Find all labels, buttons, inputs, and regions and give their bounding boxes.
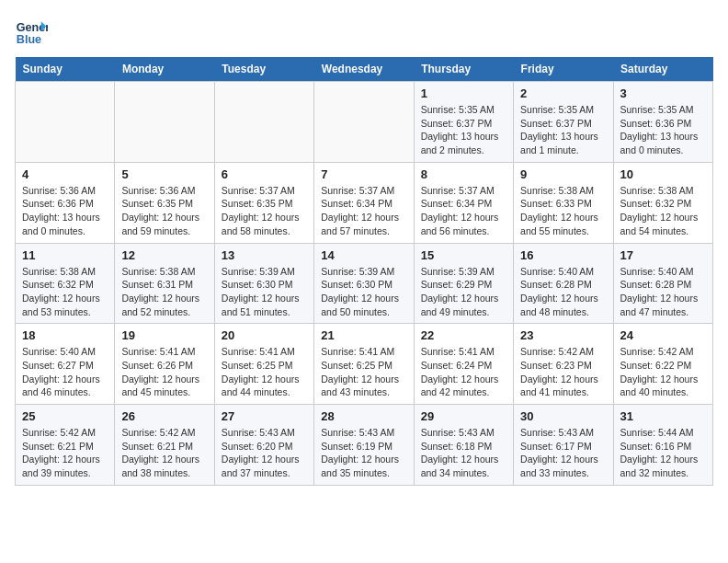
day-number: 5 bbox=[121, 167, 207, 181]
day-info: Sunrise: 5:44 AM Sunset: 6:16 PM Dayligh… bbox=[620, 426, 706, 480]
logo-icon: General Blue bbox=[15, 15, 48, 48]
day-info: Sunrise: 5:43 AM Sunset: 6:19 PM Dayligh… bbox=[321, 426, 406, 480]
day-info: Sunrise: 5:41 AM Sunset: 6:24 PM Dayligh… bbox=[421, 345, 506, 399]
calendar-cell: 19Sunrise: 5:41 AM Sunset: 6:26 PM Dayli… bbox=[115, 324, 214, 405]
calendar-week-row: 1Sunrise: 5:35 AM Sunset: 6:37 PM Daylig… bbox=[16, 82, 713, 163]
calendar-header-row: SundayMondayTuesdayWednesdayThursdayFrid… bbox=[16, 57, 713, 82]
day-number: 15 bbox=[421, 248, 506, 262]
calendar-week-row: 25Sunrise: 5:42 AM Sunset: 6:21 PM Dayli… bbox=[16, 405, 713, 486]
day-info: Sunrise: 5:38 AM Sunset: 6:32 PM Dayligh… bbox=[620, 184, 706, 238]
calendar-cell: 22Sunrise: 5:41 AM Sunset: 6:24 PM Dayli… bbox=[414, 324, 513, 405]
calendar-cell: 11Sunrise: 5:38 AM Sunset: 6:32 PM Dayli… bbox=[16, 243, 115, 324]
calendar-cell bbox=[16, 82, 115, 163]
day-info: Sunrise: 5:38 AM Sunset: 6:33 PM Dayligh… bbox=[520, 184, 606, 238]
calendar-cell: 5Sunrise: 5:36 AM Sunset: 6:35 PM Daylig… bbox=[115, 162, 214, 243]
calendar-cell bbox=[314, 82, 414, 163]
day-number: 10 bbox=[620, 167, 706, 181]
day-number: 6 bbox=[222, 167, 307, 181]
calendar-cell: 10Sunrise: 5:38 AM Sunset: 6:32 PM Dayli… bbox=[613, 162, 712, 243]
day-number: 14 bbox=[321, 248, 406, 262]
calendar-cell: 1Sunrise: 5:35 AM Sunset: 6:37 PM Daylig… bbox=[414, 82, 513, 163]
day-number: 26 bbox=[121, 409, 207, 423]
day-of-week-header: Wednesday bbox=[314, 57, 414, 82]
day-info: Sunrise: 5:41 AM Sunset: 6:25 PM Dayligh… bbox=[321, 345, 406, 399]
day-number: 31 bbox=[620, 409, 706, 423]
day-info: Sunrise: 5:42 AM Sunset: 6:21 PM Dayligh… bbox=[121, 426, 207, 480]
logo: General Blue bbox=[15, 15, 51, 48]
calendar-cell: 25Sunrise: 5:42 AM Sunset: 6:21 PM Dayli… bbox=[16, 405, 115, 486]
calendar-cell: 16Sunrise: 5:40 AM Sunset: 6:28 PM Dayli… bbox=[514, 243, 613, 324]
day-info: Sunrise: 5:35 AM Sunset: 6:37 PM Dayligh… bbox=[520, 103, 606, 157]
day-info: Sunrise: 5:35 AM Sunset: 6:36 PM Dayligh… bbox=[620, 103, 706, 157]
calendar-cell: 30Sunrise: 5:43 AM Sunset: 6:17 PM Dayli… bbox=[514, 405, 613, 486]
day-number: 4 bbox=[22, 167, 108, 181]
day-number: 18 bbox=[22, 328, 108, 342]
calendar-cell: 29Sunrise: 5:43 AM Sunset: 6:18 PM Dayli… bbox=[414, 405, 513, 486]
day-number: 27 bbox=[222, 409, 307, 423]
day-of-week-header: Tuesday bbox=[214, 57, 313, 82]
day-number: 22 bbox=[421, 328, 506, 342]
day-number: 29 bbox=[421, 409, 506, 423]
calendar-cell: 8Sunrise: 5:37 AM Sunset: 6:34 PM Daylig… bbox=[414, 162, 513, 243]
day-number: 21 bbox=[321, 328, 406, 342]
day-number: 25 bbox=[22, 409, 108, 423]
day-number: 13 bbox=[222, 248, 307, 262]
day-of-week-header: Sunday bbox=[16, 57, 115, 82]
day-info: Sunrise: 5:42 AM Sunset: 6:23 PM Dayligh… bbox=[520, 345, 606, 399]
calendar-cell bbox=[214, 82, 313, 163]
day-info: Sunrise: 5:41 AM Sunset: 6:25 PM Dayligh… bbox=[222, 345, 307, 399]
day-info: Sunrise: 5:43 AM Sunset: 6:17 PM Dayligh… bbox=[520, 426, 606, 480]
calendar-cell: 6Sunrise: 5:37 AM Sunset: 6:35 PM Daylig… bbox=[214, 162, 313, 243]
day-number: 28 bbox=[321, 409, 406, 423]
day-of-week-header: Monday bbox=[115, 57, 214, 82]
day-number: 12 bbox=[121, 248, 207, 262]
calendar-cell: 12Sunrise: 5:38 AM Sunset: 6:31 PM Dayli… bbox=[115, 243, 214, 324]
day-info: Sunrise: 5:37 AM Sunset: 6:34 PM Dayligh… bbox=[321, 184, 406, 238]
day-info: Sunrise: 5:35 AM Sunset: 6:37 PM Dayligh… bbox=[421, 103, 506, 157]
day-info: Sunrise: 5:36 AM Sunset: 6:35 PM Dayligh… bbox=[121, 184, 207, 238]
calendar-cell: 26Sunrise: 5:42 AM Sunset: 6:21 PM Dayli… bbox=[115, 405, 214, 486]
day-number: 23 bbox=[520, 328, 606, 342]
calendar-cell bbox=[115, 82, 214, 163]
calendar-cell: 4Sunrise: 5:36 AM Sunset: 6:36 PM Daylig… bbox=[16, 162, 115, 243]
day-number: 2 bbox=[520, 86, 606, 100]
calendar-cell: 23Sunrise: 5:42 AM Sunset: 6:23 PM Dayli… bbox=[514, 324, 613, 405]
day-info: Sunrise: 5:37 AM Sunset: 6:34 PM Dayligh… bbox=[421, 184, 506, 238]
day-of-week-header: Thursday bbox=[414, 57, 513, 82]
page-header: General Blue bbox=[15, 15, 713, 48]
day-of-week-header: Saturday bbox=[613, 57, 712, 82]
day-info: Sunrise: 5:37 AM Sunset: 6:35 PM Dayligh… bbox=[222, 184, 307, 238]
day-number: 9 bbox=[520, 167, 606, 181]
svg-text:Blue: Blue bbox=[17, 33, 41, 46]
calendar-cell: 15Sunrise: 5:39 AM Sunset: 6:29 PM Dayli… bbox=[414, 243, 513, 324]
day-number: 8 bbox=[421, 167, 506, 181]
day-number: 20 bbox=[222, 328, 307, 342]
calendar-cell: 14Sunrise: 5:39 AM Sunset: 6:30 PM Dayli… bbox=[314, 243, 414, 324]
day-of-week-header: Friday bbox=[514, 57, 613, 82]
day-info: Sunrise: 5:41 AM Sunset: 6:26 PM Dayligh… bbox=[121, 345, 207, 399]
day-info: Sunrise: 5:39 AM Sunset: 6:30 PM Dayligh… bbox=[222, 265, 307, 319]
calendar-week-row: 4Sunrise: 5:36 AM Sunset: 6:36 PM Daylig… bbox=[16, 162, 713, 243]
calendar-cell: 27Sunrise: 5:43 AM Sunset: 6:20 PM Dayli… bbox=[214, 405, 313, 486]
day-number: 24 bbox=[620, 328, 706, 342]
day-number: 3 bbox=[620, 86, 706, 100]
day-number: 30 bbox=[520, 409, 606, 423]
calendar-week-row: 11Sunrise: 5:38 AM Sunset: 6:32 PM Dayli… bbox=[16, 243, 713, 324]
calendar-cell: 21Sunrise: 5:41 AM Sunset: 6:25 PM Dayli… bbox=[314, 324, 414, 405]
calendar-table: SundayMondayTuesdayWednesdayThursdayFrid… bbox=[15, 57, 713, 486]
day-number: 17 bbox=[620, 248, 706, 262]
day-info: Sunrise: 5:40 AM Sunset: 6:27 PM Dayligh… bbox=[22, 345, 108, 399]
calendar-cell: 17Sunrise: 5:40 AM Sunset: 6:28 PM Dayli… bbox=[613, 243, 712, 324]
day-info: Sunrise: 5:39 AM Sunset: 6:30 PM Dayligh… bbox=[321, 265, 406, 319]
day-number: 7 bbox=[321, 167, 406, 181]
day-number: 16 bbox=[520, 248, 606, 262]
day-info: Sunrise: 5:38 AM Sunset: 6:32 PM Dayligh… bbox=[22, 265, 108, 319]
calendar-cell: 3Sunrise: 5:35 AM Sunset: 6:36 PM Daylig… bbox=[613, 82, 712, 163]
day-info: Sunrise: 5:39 AM Sunset: 6:29 PM Dayligh… bbox=[421, 265, 506, 319]
day-info: Sunrise: 5:40 AM Sunset: 6:28 PM Dayligh… bbox=[620, 265, 706, 319]
calendar-cell: 24Sunrise: 5:42 AM Sunset: 6:22 PM Dayli… bbox=[613, 324, 712, 405]
calendar-cell: 20Sunrise: 5:41 AM Sunset: 6:25 PM Dayli… bbox=[214, 324, 313, 405]
day-info: Sunrise: 5:42 AM Sunset: 6:21 PM Dayligh… bbox=[22, 426, 108, 480]
day-number: 1 bbox=[421, 86, 506, 100]
day-number: 19 bbox=[121, 328, 207, 342]
